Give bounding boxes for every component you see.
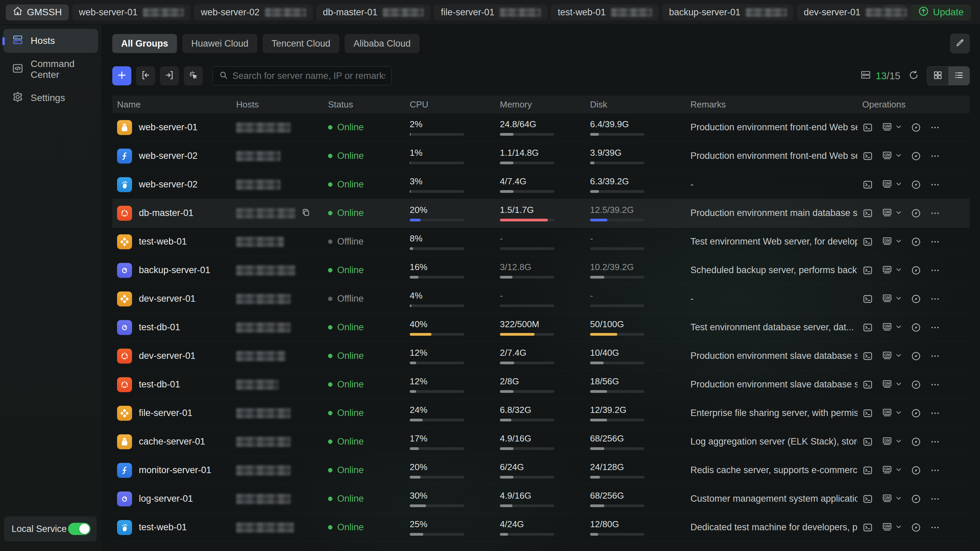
web-access-button[interactable] bbox=[911, 237, 921, 247]
table-row[interactable]: test-db-01 Online 40% 322/500M 50/100G bbox=[112, 313, 970, 342]
local-service-toggle[interactable] bbox=[68, 523, 91, 535]
terminal-button[interactable] bbox=[862, 522, 873, 533]
web-access-button[interactable] bbox=[911, 208, 921, 219]
terminal-button[interactable] bbox=[862, 151, 873, 162]
table-row[interactable]: web-server-02 Online 1% 1.1/14.8G 3.9/39… bbox=[112, 142, 970, 170]
terminal-button[interactable] bbox=[862, 379, 873, 390]
gm-console-button[interactable]: GM bbox=[881, 292, 902, 305]
table-row[interactable]: web-server-02 Online 3% 4/7.4G 6.3/39.2G bbox=[112, 170, 970, 199]
web-access-button[interactable] bbox=[911, 465, 921, 476]
table-row[interactable]: test-db-01 Online 12% 2/8G 18/56G Produ bbox=[112, 370, 970, 399]
sidebar-item-settings[interactable]: Settings bbox=[3, 86, 98, 110]
batch-select-button[interactable] bbox=[184, 66, 203, 86]
terminal-button[interactable] bbox=[862, 294, 873, 305]
row-more-button[interactable] bbox=[930, 351, 940, 362]
gm-console-button[interactable]: GM bbox=[881, 235, 902, 248]
terminal-button[interactable] bbox=[862, 351, 873, 362]
web-access-button[interactable] bbox=[911, 408, 921, 419]
table-row[interactable]: file-server-01 Online 24% 6.8/32G 12/39.… bbox=[112, 399, 970, 427]
web-access-button[interactable] bbox=[911, 122, 921, 133]
gm-console-button[interactable]: GM bbox=[881, 492, 902, 505]
refresh-button[interactable] bbox=[908, 69, 920, 82]
table-row[interactable]: dev-server-01 Offline 4% - - - bbox=[112, 285, 970, 313]
row-more-button[interactable] bbox=[930, 494, 940, 504]
import-button[interactable] bbox=[136, 66, 155, 86]
web-access-button[interactable] bbox=[911, 294, 921, 305]
grid-view-button[interactable] bbox=[927, 67, 948, 85]
table-row[interactable]: test-web-01 Offline 8% - - Test environ bbox=[112, 227, 970, 256]
group-tab-huawei[interactable]: Huawei Cloud bbox=[182, 34, 257, 53]
row-more-button[interactable] bbox=[930, 294, 940, 305]
terminal-button[interactable] bbox=[862, 408, 873, 419]
terminal-button[interactable] bbox=[862, 437, 873, 447]
row-more-button[interactable] bbox=[930, 322, 940, 333]
gm-console-button[interactable]: GM bbox=[881, 435, 902, 448]
add-host-button[interactable] bbox=[112, 66, 131, 86]
web-access-button[interactable] bbox=[911, 265, 921, 276]
table-row[interactable]: monitor-server-01 Online 20% 6/24G 24/12… bbox=[112, 456, 970, 485]
row-more-button[interactable] bbox=[930, 465, 940, 476]
edit-groups-button[interactable] bbox=[950, 34, 970, 53]
sidebar-item-command-center[interactable]: Command Center bbox=[3, 57, 98, 81]
gm-console-button[interactable]: GM bbox=[881, 407, 902, 420]
server-tab[interactable]: test-web-01 bbox=[551, 5, 659, 21]
server-tab[interactable]: web-server-01 bbox=[72, 5, 191, 21]
row-more-button[interactable] bbox=[930, 151, 940, 162]
table-row[interactable]: cache-server-01 Online 17% 4.9/16G 68/25… bbox=[112, 427, 970, 456]
sidebar-item-hosts[interactable]: Hosts bbox=[3, 29, 98, 53]
gm-console-button[interactable]: GM bbox=[881, 349, 902, 362]
table-row[interactable]: backup-server-01 Online 16% 3/12.8G 10.2… bbox=[112, 256, 970, 285]
group-tab-all[interactable]: All Groups bbox=[112, 34, 177, 53]
web-access-button[interactable] bbox=[911, 322, 921, 333]
terminal-button[interactable] bbox=[862, 237, 873, 247]
web-access-button[interactable] bbox=[911, 179, 921, 190]
gm-console-button[interactable]: GM bbox=[881, 178, 902, 191]
table-row[interactable]: log-server-01 Online 30% 4.9/16G 68/256G bbox=[112, 485, 970, 513]
row-more-button[interactable] bbox=[930, 122, 940, 133]
web-access-button[interactable] bbox=[911, 151, 921, 162]
web-access-button[interactable] bbox=[911, 351, 921, 362]
gm-console-button[interactable]: GM bbox=[881, 378, 902, 391]
terminal-button[interactable] bbox=[862, 322, 873, 333]
terminal-button[interactable] bbox=[862, 465, 873, 476]
table-row[interactable]: web-server-01 Online 2% 24.8/64G 6.4/39.… bbox=[112, 113, 970, 142]
update-button[interactable]: Update bbox=[911, 5, 971, 21]
web-access-button[interactable] bbox=[911, 494, 921, 504]
gm-console-button[interactable]: GM bbox=[881, 121, 902, 134]
web-access-button[interactable] bbox=[911, 379, 921, 390]
terminal-button[interactable] bbox=[862, 494, 873, 504]
copy-icon[interactable] bbox=[301, 208, 311, 219]
row-more-button[interactable] bbox=[930, 408, 940, 419]
search-input[interactable] bbox=[232, 71, 385, 81]
table-row[interactable]: dev-server-01 Online 12% 2/7.4G 10/40G bbox=[112, 342, 970, 370]
row-more-button[interactable] bbox=[930, 237, 940, 247]
web-access-button[interactable] bbox=[911, 522, 921, 533]
row-more-button[interactable] bbox=[930, 437, 940, 447]
list-view-button[interactable] bbox=[948, 67, 969, 85]
web-access-button[interactable] bbox=[911, 437, 921, 447]
gm-console-button[interactable]: GM bbox=[881, 464, 902, 477]
server-tab[interactable]: file-server-01 bbox=[434, 5, 547, 21]
group-tab-alibaba[interactable]: Alibaba Cloud bbox=[345, 34, 420, 53]
table-row[interactable]: db-master-01 Online 20% 1.5/1.7G 12.5/39… bbox=[112, 199, 970, 227]
row-more-button[interactable] bbox=[930, 379, 940, 390]
gm-console-button[interactable]: GM bbox=[881, 321, 902, 334]
server-tab[interactable]: web-server-02 bbox=[194, 5, 313, 21]
gm-console-button[interactable]: GM bbox=[881, 264, 902, 277]
row-more-button[interactable] bbox=[930, 208, 940, 219]
row-more-button[interactable] bbox=[930, 179, 940, 190]
table-row[interactable]: test-web-01 Online 25% 4/24G 12/80G Ded bbox=[112, 513, 970, 542]
brand-button[interactable]: GMSSH bbox=[6, 5, 69, 21]
row-more-button[interactable] bbox=[930, 265, 940, 276]
terminal-button[interactable] bbox=[862, 208, 873, 219]
row-more-button[interactable] bbox=[930, 522, 940, 533]
group-tab-tencent[interactable]: Tencent Cloud bbox=[263, 34, 339, 53]
terminal-button[interactable] bbox=[862, 179, 873, 190]
terminal-button[interactable] bbox=[862, 265, 873, 276]
gm-console-button[interactable]: GM bbox=[881, 150, 902, 163]
server-tab[interactable]: db-master-01 bbox=[316, 5, 431, 21]
export-button[interactable] bbox=[160, 66, 179, 86]
gm-console-button[interactable]: GM bbox=[881, 207, 902, 220]
server-tab[interactable]: backup-server-01 bbox=[662, 5, 794, 21]
gm-console-button[interactable]: GM bbox=[881, 521, 902, 534]
